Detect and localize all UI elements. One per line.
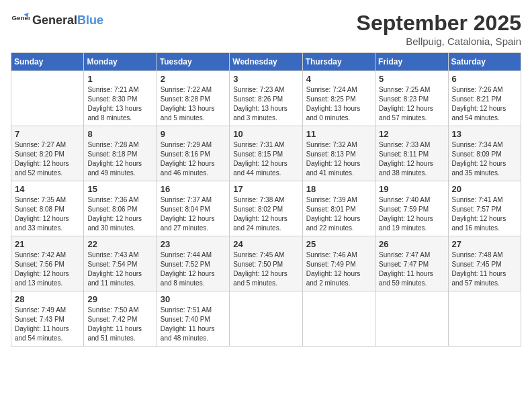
week-row-3: 14Sunrise: 7:35 AM Sunset: 8:08 PM Dayli… (11, 181, 521, 236)
day-number: 24 (233, 239, 298, 249)
weekday-header-wednesday: Wednesday (230, 53, 302, 71)
day-number: 9 (161, 129, 226, 139)
calendar-cell: 21Sunrise: 7:42 AM Sunset: 7:56 PM Dayli… (11, 236, 84, 291)
calendar-cell: 7Sunrise: 7:27 AM Sunset: 8:20 PM Daylig… (11, 126, 84, 181)
day-number: 6 (452, 74, 517, 84)
day-info: Sunrise: 7:23 AM Sunset: 8:26 PM Dayligh… (233, 85, 298, 123)
weekday-header-thursday: Thursday (302, 53, 375, 71)
calendar-cell: 1Sunrise: 7:21 AM Sunset: 8:30 PM Daylig… (84, 71, 157, 126)
calendar-cell: 23Sunrise: 7:44 AM Sunset: 7:52 PM Dayli… (157, 236, 229, 291)
logo-general-text: General (32, 13, 77, 27)
calendar-cell: 29Sunrise: 7:50 AM Sunset: 7:42 PM Dayli… (84, 291, 157, 347)
day-number: 1 (87, 74, 152, 84)
calendar-cell: 9Sunrise: 7:29 AM Sunset: 8:16 PM Daylig… (157, 126, 229, 181)
day-number: 20 (452, 184, 517, 194)
calendar-cell: 16Sunrise: 7:37 AM Sunset: 8:04 PM Dayli… (157, 181, 229, 236)
day-number: 18 (306, 184, 371, 194)
calendar-cell: 15Sunrise: 7:36 AM Sunset: 8:06 PM Dayli… (84, 181, 157, 236)
day-info: Sunrise: 7:35 AM Sunset: 8:08 PM Dayligh… (15, 195, 80, 233)
day-number: 25 (306, 239, 371, 249)
day-number: 7 (15, 129, 80, 139)
day-info: Sunrise: 7:45 AM Sunset: 7:50 PM Dayligh… (233, 250, 298, 288)
logo: General GeneralBlue (11, 11, 103, 30)
weekday-header-tuesday: Tuesday (157, 53, 229, 71)
day-number: 14 (15, 184, 80, 194)
day-number: 28 (15, 294, 80, 304)
calendar-cell: 11Sunrise: 7:32 AM Sunset: 8:13 PM Dayli… (302, 126, 375, 181)
calendar-cell: 13Sunrise: 7:34 AM Sunset: 8:09 PM Dayli… (448, 126, 521, 181)
day-number: 27 (452, 239, 517, 249)
day-info: Sunrise: 7:43 AM Sunset: 7:54 PM Dayligh… (87, 250, 152, 288)
calendar-cell: 26Sunrise: 7:47 AM Sunset: 7:47 PM Dayli… (375, 236, 448, 291)
day-info: Sunrise: 7:27 AM Sunset: 8:20 PM Dayligh… (15, 140, 80, 178)
day-info: Sunrise: 7:42 AM Sunset: 7:56 PM Dayligh… (15, 250, 80, 288)
week-row-2: 7Sunrise: 7:27 AM Sunset: 8:20 PM Daylig… (11, 126, 521, 181)
day-info: Sunrise: 7:28 AM Sunset: 8:18 PM Dayligh… (87, 140, 152, 178)
calendar-cell: 5Sunrise: 7:25 AM Sunset: 8:23 PM Daylig… (375, 71, 448, 126)
day-number: 22 (87, 239, 152, 249)
day-number: 11 (306, 129, 371, 139)
day-info: Sunrise: 7:51 AM Sunset: 7:40 PM Dayligh… (161, 306, 226, 343)
day-number: 2 (161, 74, 226, 84)
calendar-cell: 14Sunrise: 7:35 AM Sunset: 8:08 PM Dayli… (11, 181, 84, 236)
weekday-header-saturday: Saturday (448, 53, 521, 71)
day-info: Sunrise: 7:41 AM Sunset: 7:57 PM Dayligh… (452, 195, 517, 233)
calendar-cell: 20Sunrise: 7:41 AM Sunset: 7:57 PM Dayli… (448, 181, 521, 236)
calendar-cell: 17Sunrise: 7:38 AM Sunset: 8:02 PM Dayli… (230, 181, 302, 236)
calendar-cell: 6Sunrise: 7:26 AM Sunset: 8:21 PM Daylig… (448, 71, 521, 126)
day-info: Sunrise: 7:26 AM Sunset: 8:21 PM Dayligh… (452, 85, 517, 123)
calendar-cell: 8Sunrise: 7:28 AM Sunset: 8:18 PM Daylig… (84, 126, 157, 181)
calendar-cell: 30Sunrise: 7:51 AM Sunset: 7:40 PM Dayli… (157, 291, 229, 347)
calendar-table: SundayMondayTuesdayWednesdayThursdayFrid… (11, 52, 521, 347)
calendar-cell: 2Sunrise: 7:22 AM Sunset: 8:28 PM Daylig… (157, 71, 229, 126)
calendar-cell: 10Sunrise: 7:31 AM Sunset: 8:15 PM Dayli… (230, 126, 302, 181)
day-info: Sunrise: 7:39 AM Sunset: 8:01 PM Dayligh… (306, 195, 371, 233)
day-info: Sunrise: 7:44 AM Sunset: 7:52 PM Dayligh… (161, 250, 226, 288)
weekday-header-friday: Friday (375, 53, 448, 71)
week-row-5: 28Sunrise: 7:49 AM Sunset: 7:43 PM Dayli… (11, 291, 521, 347)
calendar-cell (375, 291, 448, 347)
calendar-cell (11, 71, 84, 126)
week-row-1: 1Sunrise: 7:21 AM Sunset: 8:30 PM Daylig… (11, 71, 521, 126)
month-title: September 2025 (357, 11, 521, 36)
calendar-cell: 3Sunrise: 7:23 AM Sunset: 8:26 PM Daylig… (230, 71, 302, 126)
calendar-cell: 18Sunrise: 7:39 AM Sunset: 8:01 PM Dayli… (302, 181, 375, 236)
day-info: Sunrise: 7:22 AM Sunset: 8:28 PM Dayligh… (161, 85, 226, 123)
day-number: 17 (233, 184, 298, 194)
day-number: 29 (87, 294, 152, 304)
week-row-4: 21Sunrise: 7:42 AM Sunset: 7:56 PM Dayli… (11, 236, 521, 291)
day-info: Sunrise: 7:48 AM Sunset: 7:45 PM Dayligh… (452, 250, 517, 288)
day-number: 23 (161, 239, 226, 249)
calendar-cell: 27Sunrise: 7:48 AM Sunset: 7:45 PM Dayli… (448, 236, 521, 291)
day-info: Sunrise: 7:36 AM Sunset: 8:06 PM Dayligh… (87, 195, 152, 233)
day-number: 8 (87, 129, 152, 139)
calendar-cell: 24Sunrise: 7:45 AM Sunset: 7:50 PM Dayli… (230, 236, 302, 291)
day-number: 15 (87, 184, 152, 194)
calendar-cell: 19Sunrise: 7:40 AM Sunset: 7:59 PM Dayli… (375, 181, 448, 236)
day-number: 26 (379, 239, 444, 249)
logo-icon: General (11, 11, 30, 30)
day-info: Sunrise: 7:29 AM Sunset: 8:16 PM Dayligh… (161, 140, 226, 178)
calendar-cell (230, 291, 302, 347)
location-title: Bellpuig, Catalonia, Spain (357, 36, 521, 47)
day-number: 12 (379, 129, 444, 139)
calendar-cell: 22Sunrise: 7:43 AM Sunset: 7:54 PM Dayli… (84, 236, 157, 291)
calendar-cell: 25Sunrise: 7:46 AM Sunset: 7:49 PM Dayli… (302, 236, 375, 291)
day-number: 3 (233, 74, 298, 84)
day-info: Sunrise: 7:38 AM Sunset: 8:02 PM Dayligh… (233, 195, 298, 233)
day-info: Sunrise: 7:24 AM Sunset: 8:25 PM Dayligh… (306, 85, 371, 123)
calendar-cell: 4Sunrise: 7:24 AM Sunset: 8:25 PM Daylig… (302, 71, 375, 126)
day-number: 4 (306, 74, 371, 84)
day-info: Sunrise: 7:50 AM Sunset: 7:42 PM Dayligh… (87, 306, 152, 343)
logo-blue-text: Blue (77, 13, 103, 27)
day-number: 10 (233, 129, 298, 139)
title-block: September 2025 Bellpuig, Catalonia, Spai… (357, 11, 521, 47)
calendar-cell (448, 291, 521, 347)
weekday-header-sunday: Sunday (11, 53, 84, 71)
day-info: Sunrise: 7:46 AM Sunset: 7:49 PM Dayligh… (306, 250, 371, 288)
weekday-header-row: SundayMondayTuesdayWednesdayThursdayFrid… (11, 53, 521, 71)
day-info: Sunrise: 7:40 AM Sunset: 7:59 PM Dayligh… (379, 195, 444, 233)
weekday-header-monday: Monday (84, 53, 157, 71)
day-number: 5 (379, 74, 444, 84)
day-info: Sunrise: 7:34 AM Sunset: 8:09 PM Dayligh… (452, 140, 517, 178)
